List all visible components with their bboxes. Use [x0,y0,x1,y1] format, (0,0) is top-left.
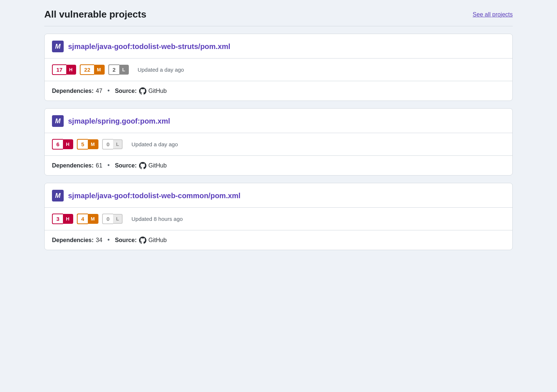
medium-count-1: 22 [80,64,94,75]
medium-badge-group-2: 5 M [77,139,98,150]
card-footer-2: Dependencies: 61 • Source: GitHub [45,156,512,175]
low-count-1: 2 [108,64,119,75]
card-badges-3: 3 H 4 M 0 L Updated 8 hours ago [45,208,512,230]
low-badge-group-1: 2 L [108,64,129,75]
dependencies-item-3: Dependencies: 34 [52,237,102,244]
footer-dot-3: • [108,236,110,244]
source-item-2: Source: GitHub [115,162,167,169]
dependencies-item-2: Dependencies: 61 [52,162,102,169]
high-label-1: H [66,65,76,75]
low-label-3: L [113,214,123,224]
card-footer-3: Dependencies: 34 • Source: GitHub [45,230,512,250]
projects-list: M sjmaple/java-goof:todolist-web-struts/… [44,34,513,250]
high-count-1: 17 [52,64,66,75]
project-card-1: M sjmaple/java-goof:todolist-web-struts/… [44,34,513,101]
low-label-2: L [113,139,123,149]
source-item-3: Source: GitHub [115,237,167,244]
high-badge-group-1: 17 H [52,64,76,75]
page-header: All vulnerable projects See all projects [44,9,513,26]
dependencies-label-2: Dependencies: [52,162,94,169]
source-name-2: GitHub [149,162,167,169]
high-badge-group-3: 3 H [52,214,73,224]
card-badges-2: 6 H 5 M 0 L Updated a day ago [45,133,512,156]
dependencies-count-3: 34 [96,237,102,244]
page-container: All vulnerable projects See all projects… [44,9,513,250]
github-icon-3 [139,237,146,244]
project-card-3: M sjmaple/java-goof:todolist-web-common/… [44,183,513,250]
maven-icon-1: M [52,41,64,52]
project-link-2[interactable]: sjmaple/spring.goof:pom.xml [68,117,170,125]
github-icon-1 [139,87,146,95]
see-all-projects-link[interactable]: See all projects [473,11,513,18]
medium-badge-group-1: 22 M [80,64,105,75]
low-badge-group-2: 0 L [102,139,123,150]
card-footer-1: Dependencies: 47 • Source: GitHub [45,81,512,101]
medium-count-3: 4 [77,214,88,224]
medium-label-3: M [88,214,98,224]
footer-dot-2: • [108,162,110,169]
dependencies-item-1: Dependencies: 47 [52,88,102,94]
medium-badge-group-3: 4 M [77,214,98,224]
card-badges-1: 17 H 22 M 2 L Updated a day ago [45,59,512,81]
medium-label-2: M [88,139,98,149]
low-count-3: 0 [102,214,113,224]
footer-dot-1: • [108,87,110,95]
card-header-1: M sjmaple/java-goof:todolist-web-struts/… [45,34,512,59]
card-header-3: M sjmaple/java-goof:todolist-web-common/… [45,183,512,208]
medium-count-2: 5 [77,139,88,150]
source-name-1: GitHub [149,88,167,94]
updated-text-2: Updated a day ago [131,141,178,147]
updated-text-1: Updated a day ago [138,67,184,73]
high-label-2: H [63,139,73,149]
dependencies-count-2: 61 [96,162,102,169]
project-card-2: M sjmaple/spring.goof:pom.xml 6 H 5 M 0 … [44,108,513,176]
source-name-3: GitHub [149,237,167,244]
high-label-3: H [63,214,73,224]
source-label-1: Source: [115,88,137,94]
dependencies-label-3: Dependencies: [52,237,94,244]
source-item-1: Source: GitHub [115,87,167,95]
updated-text-3: Updated 8 hours ago [131,216,183,222]
project-link-1[interactable]: sjmaple/java-goof:todolist-web-struts/po… [68,42,230,51]
source-label-3: Source: [115,237,137,244]
low-label-1: L [119,65,129,75]
dependencies-label-1: Dependencies: [52,88,94,94]
card-header-2: M sjmaple/spring.goof:pom.xml [45,109,512,133]
high-count-3: 3 [52,214,63,224]
high-badge-group-2: 6 H [52,139,73,150]
low-count-2: 0 [102,139,113,150]
github-icon-2 [139,162,146,169]
project-link-3[interactable]: sjmaple/java-goof:todolist-web-common/po… [68,192,240,200]
source-label-2: Source: [115,162,137,169]
medium-label-1: M [94,65,105,75]
high-count-2: 6 [52,139,63,150]
maven-icon-3: M [52,190,64,201]
page-title: All vulnerable projects [44,9,146,20]
dependencies-count-1: 47 [96,88,102,94]
maven-icon-2: M [52,115,64,127]
low-badge-group-3: 0 L [102,214,123,224]
